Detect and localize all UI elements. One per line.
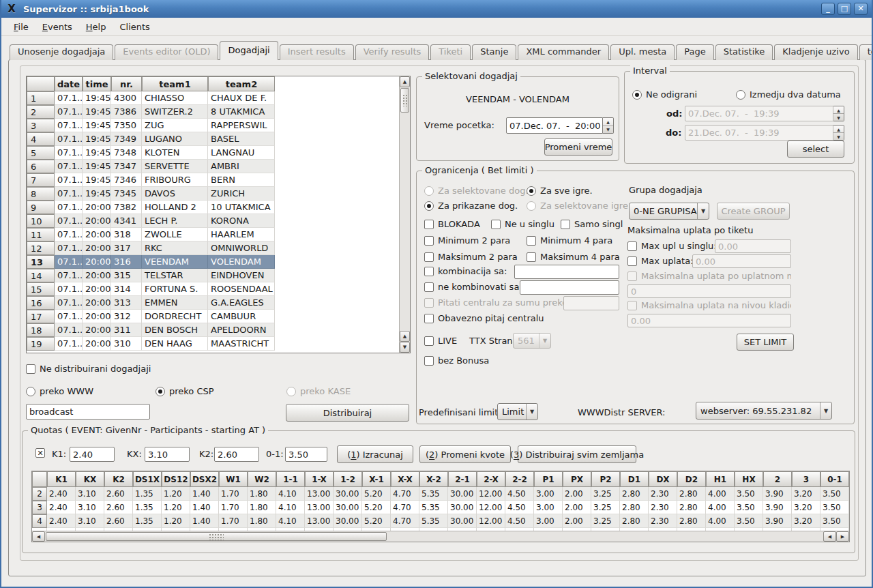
ne-kombinovati-sa-input[interactable]: [520, 280, 619, 295]
cell-time[interactable]: 20:00: [83, 282, 111, 296]
cell-date[interactable]: 07.1...: [55, 282, 83, 296]
cell-1-x[interactable]: 13.00: [305, 514, 334, 528]
col-header-time[interactable]: time: [83, 76, 111, 91]
cell-k1[interactable]: 2.40: [47, 501, 76, 514]
cell-time[interactable]: 20:00: [83, 241, 111, 255]
cell-team2[interactable]: AMBRI: [208, 160, 275, 173]
col-header-kx[interactable]: KX: [76, 471, 104, 487]
cell-team1[interactable]: SWITZER.2: [142, 105, 208, 119]
cell-dx[interactable]: 2.30: [649, 501, 677, 514]
cell-date[interactable]: 07.1...: [55, 201, 83, 214]
menu-clients[interactable]: Clients: [113, 20, 156, 34]
cell-x-x[interactable]: 4.70: [391, 514, 419, 528]
samo-singl-checkbox[interactable]: Samo singl: [561, 219, 623, 229]
cell-date[interactable]: 07.1...: [55, 105, 83, 119]
cell-1-2[interactable]: 30.00: [334, 501, 362, 514]
cell-date[interactable]: 07.1...: [55, 187, 83, 201]
cell-x-2[interactable]: 5.35: [419, 487, 448, 501]
event-row-19[interactable]: 1907.1...20:00310DEN HAAGMAASTRICHT: [27, 337, 399, 351]
promeni-vreme-button[interactable]: Promeni vreme: [544, 138, 612, 156]
cell-p2[interactable]: 3.25: [591, 501, 620, 514]
maksimum-2-para-checkbox[interactable]: Maksimum 2 para: [424, 252, 518, 262]
kombinacija-sa-checkbox[interactable]: kombinacija sa:: [424, 266, 507, 276]
row-number[interactable]: 19: [27, 337, 55, 351]
cell-date[interactable]: 07.1...: [55, 228, 83, 241]
cell-nr[interactable]: 7348: [111, 146, 142, 160]
event-row-13[interactable]: 1307.1...20:00316VEENDAMVOLENDAM: [27, 255, 399, 269]
cell-nr[interactable]: 4300: [111, 91, 142, 105]
cell-team2[interactable]: 10 UTAKMICA: [208, 201, 275, 214]
cell-2-x[interactable]: 12.00: [477, 501, 505, 514]
cell-dx[interactable]: 2.30: [649, 514, 677, 528]
obavezno-pitaj-centralu-checkbox[interactable]: Obavezno pitaj centralu: [424, 313, 544, 323]
izmedju-dva-datuma-radio[interactable]: Izmedju dva datuma: [736, 89, 841, 100]
max-uplata-checkbox[interactable]: Max uplata:: [627, 256, 694, 266]
kx-input[interactable]: 3.10: [145, 447, 190, 462]
cell-team2[interactable]: HAARLEM: [208, 228, 275, 241]
menu-file[interactable]: File: [7, 20, 35, 34]
cell-nr[interactable]: 315: [111, 269, 142, 282]
tab-xml-commander[interactable]: XML commander: [518, 44, 609, 60]
select-button[interactable]: select: [787, 141, 844, 158]
cell-team2[interactable]: CAMBUUR: [208, 310, 275, 323]
cell-date[interactable]: 07.1...: [55, 146, 83, 160]
corner-header[interactable]: [32, 471, 47, 487]
tab-page[interactable]: Page: [676, 44, 713, 60]
cell-2-1[interactable]: 30.00: [448, 501, 477, 514]
cell-nr[interactable]: 310: [111, 337, 142, 351]
scroll-left-icon[interactable]: ◀: [32, 531, 45, 542]
cell-date[interactable]: 07.1...: [55, 269, 83, 282]
cell-time[interactable]: 20:00: [83, 255, 111, 269]
cell-date[interactable]: 07.1...: [55, 119, 83, 132]
za-prikazane-dog-radio[interactable]: Za prikazane dog.: [424, 201, 518, 211]
minimize-icon[interactable]: _: [821, 3, 835, 15]
cell-nr[interactable]: 313: [111, 296, 142, 310]
menu-help[interactable]: Help: [79, 20, 113, 34]
max-upl-u-singlu-checkbox[interactable]: Max upl u singlu:: [627, 241, 717, 251]
row-number[interactable]: 4: [27, 132, 55, 146]
cell-date[interactable]: 07.1...: [55, 310, 83, 323]
cell-d2[interactable]: 2.80: [677, 487, 706, 501]
cell-kx[interactable]: 3.10: [76, 501, 104, 514]
cell-3[interactable]: 3.20: [792, 501, 820, 514]
cell-px[interactable]: 2.00: [563, 501, 591, 514]
cell-h1[interactable]: 4.00: [706, 501, 735, 514]
col-header-nr[interactable]: nr.: [111, 76, 142, 91]
col-header-dsx2[interactable]: DSX2: [190, 471, 219, 487]
cell-1-1[interactable]: 4.10: [276, 514, 305, 528]
cell-team1[interactable]: HOLLAND 2: [142, 201, 208, 214]
cell-x-1[interactable]: 5.20: [362, 501, 391, 514]
row-number[interactable]: 1: [27, 91, 55, 105]
live-checkbox[interactable]: LIVE: [424, 336, 457, 346]
cell-k1[interactable]: 2.40: [47, 487, 76, 501]
cell-px[interactable]: 2.00: [563, 487, 591, 501]
cell-team1[interactable]: LECH P.: [142, 214, 208, 228]
col-header-dx[interactable]: DX: [649, 471, 677, 487]
row-number[interactable]: 11: [27, 228, 55, 241]
cell-2-x[interactable]: 12.00: [477, 514, 505, 528]
cell-ds12[interactable]: 1.20: [162, 514, 190, 528]
cell-nr[interactable]: 7382: [111, 201, 142, 214]
col-header-d2[interactable]: D2: [677, 471, 706, 487]
cell-team2[interactable]: CHAUX DE F.: [208, 91, 275, 105]
cell-team2[interactable]: LANGNAU: [208, 146, 275, 160]
event-row-9[interactable]: 907.1...20:007382HOLLAND 210 UTAKMICA: [27, 201, 399, 214]
quota-row-4[interactable]: 42.403.102.601.351.201.401.701.804.1013.…: [32, 514, 849, 528]
cell-hx[interactable]: 3.50: [735, 514, 763, 528]
tab-test[interactable]: test: [859, 44, 873, 60]
cell-team2[interactable]: OMNIWORLD: [208, 241, 275, 255]
cell-nr[interactable]: 7386: [111, 105, 142, 119]
col-header-h1[interactable]: H1: [706, 471, 735, 487]
scrollbar-thumb[interactable]: [46, 532, 387, 541]
cell-time[interactable]: 19:45: [83, 173, 111, 187]
row-number[interactable]: 2: [32, 487, 47, 501]
event-row-3[interactable]: 307.1...19:457350ZUGRAPPERSWIL: [27, 119, 399, 132]
row-number[interactable]: 4: [32, 514, 47, 528]
cell-nr[interactable]: 311: [111, 323, 142, 337]
scroll-down-icon[interactable]: ▼: [400, 342, 410, 353]
cell-team1[interactable]: FORTUNA S.: [142, 282, 208, 296]
cell-k2[interactable]: 2.60: [104, 487, 133, 501]
col-header-x-x[interactable]: X-X: [391, 471, 419, 487]
cell-2-1[interactable]: 30.00: [448, 514, 477, 528]
cell-nr[interactable]: 7349: [111, 132, 142, 146]
